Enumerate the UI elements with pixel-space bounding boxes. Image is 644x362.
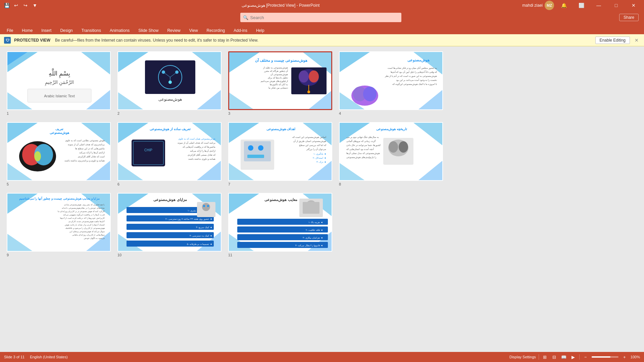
slide-wrapper-3: هوش‌مصنوعی چیست و مختلف آن هوش‌مصنوعی به… <box>228 51 332 115</box>
window-title: هوش‌مصنوعی [Protected View] - PowerPoint <box>39 3 522 8</box>
svg-rect-96 <box>244 141 271 161</box>
slide-thumb-1[interactable]: بِسْمِ اللَّهِ الرَّحْمَنِ الرَّحِيمِ Ar… <box>7 51 111 110</box>
svg-text:مزایای هوش‌مصنوعی: مزایای هوش‌مصنوعی <box>153 198 187 202</box>
svg-text:Arabic Islamic Text: Arabic Islamic Text <box>44 94 75 98</box>
ribbon-tabs: FileHomeInsertDesignTransitionsAnimation… <box>0 24 644 34</box>
slide-thumb-4[interactable]: هوش‌مصنوعی به حضور مجلس آنان میان رو در … <box>339 51 443 110</box>
slides-row-2: تعریف هوش‌مصنوعی هوش مصنوعی نظامی است که… <box>7 122 637 186</box>
maximize-button[interactable]: □ <box>608 0 624 11</box>
svg-point-39 <box>299 70 309 83</box>
protected-view-message: Be careful—files from the Internet can c… <box>55 38 592 43</box>
svg-text:نخست را به وجود آمده می‌دانند : نخست را به وجود آمده می‌دانند بر این بود <box>396 78 437 82</box>
svg-text:تحلیل داده‌ها که برای: تحلیل داده‌ها که برای <box>268 76 288 79</box>
svg-text:است که تعادل آقای کارکردی: است که تعادل آقای کارکردی <box>78 155 105 158</box>
profile-area: mahdi ziaei MZ 🔔 ⬜ — □ ✕ <box>522 0 641 11</box>
svg-text:کاربرانش خودروها را که دریافت : کاربرانش خودروها را که دریافت کرده است ا… <box>60 217 105 219</box>
svg-text:نشانه‌های خودش را در نظام هوش‌: نشانه‌های خودش را در نظام هوش‌مصنوعی داد… <box>62 207 105 209</box>
svg-point-158 <box>203 205 205 207</box>
slide-thumb-2[interactable]: هوش‌مصنوعی <box>117 51 221 110</box>
protected-view-bar: 🛡 PROTECTED VIEW Be careful—files from t… <box>0 34 644 46</box>
svg-text:۳- هراشان بیکاری ◄: ۳- هراشان بیکاری ◄ <box>303 237 323 239</box>
close-protected-bar-button[interactable]: ✕ <box>633 37 640 44</box>
slide-thumb-5[interactable]: تعریف هوش‌مصنوعی هوش مصنوعی نظامی است که… <box>7 122 111 181</box>
svg-text:تعریف ساده از هوش‌مصنوعی: تعریف ساده از هوش‌مصنوعی <box>150 127 190 131</box>
svg-text:آنان‌ها ماهیت هوش‌مصنوعی شدند : آنان‌ها ماهیت هوش‌مصنوعی شدند کارکردی <box>68 220 105 223</box>
slide-sorter-button[interactable]: ⊟ <box>551 354 558 360</box>
slide-thumb-6[interactable]: تعریف ساده از هوش‌مصنوعی CHIP هوش‌مصنوعی… <box>117 122 221 181</box>
svg-text:۴- کمک به دسترسی ◄: ۴- کمک به دسترسی ◄ <box>190 235 212 237</box>
slide-thumb-11[interactable]: معایب هوش‌مصنوعی ۱- هزینه بالا ◄ ۲- فاقد… <box>228 193 332 252</box>
svg-rect-99 <box>247 155 264 158</box>
presenter-view-button[interactable]: ▶ <box>570 354 577 360</box>
slide-thumb-3[interactable]: هوش‌مصنوعی چیست و مختلف آن هوش‌مصنوعی به… <box>228 51 332 110</box>
language-info: English (United States) <box>30 355 68 359</box>
ribbon-tab-help[interactable]: Help <box>252 27 268 34</box>
svg-text:اساس هوش‌مصنوعی این است که: اساس هوش‌مصنوعی این است که <box>292 136 326 139</box>
ribbon-tab-animations[interactable]: Animations <box>106 27 134 34</box>
zoom-in-button[interactable]: + <box>621 354 628 360</box>
slide-number-2: 2 <box>117 111 221 115</box>
slide-number-10: 10 <box>117 253 221 257</box>
ribbon-display-button[interactable]: ⬜ <box>574 0 589 11</box>
save-button[interactable]: 💾 <box>3 1 11 9</box>
svg-rect-168 <box>303 202 319 214</box>
search-input[interactable] <box>240 13 401 22</box>
svg-text:به آنان که تا‌کنون‌ها: به آنان که تا‌کنون‌ها <box>270 83 288 86</box>
display-settings-button[interactable]: Display Settings <box>509 355 536 359</box>
redo-button[interactable]: ↪ <box>21 1 30 9</box>
svg-text:کارکرد کنند که هوش مصنوعی تر ب: کارکرد کنند که هوش مصنوعی تر بر کاربران … <box>58 210 105 213</box>
slide-thumb-7[interactable]: اهداف هوش‌مصنوعی اساس هوش‌مصنوعی این است… <box>228 122 332 181</box>
svg-text:هوش‌مصنوعی: هوش‌مصنوعی <box>407 58 430 62</box>
svg-point-116 <box>399 141 408 153</box>
ribbon-tab-slide show[interactable]: Slide Show <box>134 27 162 34</box>
slide-number-4: 4 <box>339 111 443 115</box>
svg-point-157 <box>202 203 210 211</box>
svg-text:می‌توان آن را بزرگتر: می‌توان آن را بزرگتر <box>306 147 326 151</box>
avatar[interactable]: MZ <box>545 1 554 10</box>
svg-text:CHIP: CHIP <box>144 148 152 152</box>
slide-number-7: 7 <box>228 182 332 186</box>
profile-name: mahdi ziaei <box>522 3 543 8</box>
svg-point-67 <box>34 151 41 161</box>
customize-quick-access-button[interactable]: ▼ <box>31 1 39 9</box>
close-button[interactable]: ✕ <box>626 0 641 11</box>
slide-wrapper-10: مزایای هوش‌مصنوعی ۱- کاهش خطای بشری ◄ ۲-… <box>117 193 221 257</box>
enable-editing-button[interactable]: Enable Editing <box>595 37 630 44</box>
svg-point-159 <box>207 205 209 207</box>
ribbon-tab-transitions[interactable]: Transitions <box>78 27 105 34</box>
svg-text:هوش‌مصنوعی آن: هوش‌مصنوعی آن <box>270 72 288 76</box>
slide-thumb-9[interactable]: مزایا و معایب هوش‌مصنوعی چیست و چطور آنه… <box>7 193 111 252</box>
slides-row-1: بِسْمِ اللَّهِ الرَّحْمَنِ الرَّحِيمِ Ar… <box>7 51 637 115</box>
svg-text:سوال می‌کند که هوش‌مصنوعی و مع: سوال می‌کند که هوش‌مصنوعی و معلم این <box>69 230 105 233</box>
statusbar: Slide 3 of 11 English (United States) Di… <box>0 352 644 362</box>
normal-view-button[interactable]: ⊞ <box>542 354 548 360</box>
ribbon-tab-insert[interactable]: Insert <box>37 27 55 34</box>
slide-number-3: 3 <box>228 111 332 115</box>
svg-text:معایب هوش‌مصنوعی: معایب هوش‌مصنوعی <box>264 198 297 202</box>
reading-view-button[interactable]: 📖 <box>560 354 567 360</box>
ribbon-tab-file[interactable]: File <box>3 27 17 34</box>
notifications-button[interactable]: 🔔 <box>556 0 572 11</box>
minimize-button[interactable]: — <box>591 0 606 11</box>
svg-point-115 <box>389 141 398 153</box>
svg-rect-80 <box>132 140 165 166</box>
slide-wrapper-2: هوش‌مصنوعی 2 <box>117 51 221 115</box>
share-button[interactable]: Share <box>619 14 639 21</box>
svg-text:ماشین‌ها که در واقعیت آدم‌هایی: ماشین‌ها که در واقعیت آدم‌هایی که <box>183 145 215 148</box>
ribbon-tab-home[interactable]: Home <box>18 27 37 34</box>
zoom-out-button[interactable]: − <box>582 354 589 360</box>
svg-text:از فناوری‌های هوش می‌دانیم: از فناوری‌های هوش می‌دانیم <box>261 80 288 83</box>
undo-button[interactable]: ↩ <box>12 1 20 9</box>
slide-number-5: 5 <box>7 182 111 186</box>
slides-row-3: مزایا و معایب هوش‌مصنوعی چیست و چطور آنه… <box>7 193 637 257</box>
ribbon-tab-add-ins[interactable]: Add-ins <box>230 27 251 34</box>
ribbon-tab-view[interactable]: View <box>185 27 202 34</box>
ribbon-tab-review[interactable]: Review <box>163 27 184 34</box>
ribbon-tab-design[interactable]: Design <box>56 27 77 34</box>
ribbon-tab-recording[interactable]: Recording <box>203 27 229 34</box>
slide-thumb-10[interactable]: مزایای هوش‌مصنوعی ۱- کاهش خطای بشری ◄ ۲-… <box>117 193 221 252</box>
zoom-slider[interactable] <box>592 356 618 358</box>
slide-thumb-8[interactable]: تاریخچه هوش‌مصنوعی به سال‌های جنگ جهانی … <box>339 122 443 181</box>
svg-text:که تعادل بستنی آقای کارکردی: که تعادل بستنی آقای کارکردی <box>188 153 216 156</box>
svg-text:تا امروزه ما با کمک هوش‌مصنوعی: تا امروزه ما با کمک هوش‌مصنوعی این‌گونه … <box>392 83 437 86</box>
